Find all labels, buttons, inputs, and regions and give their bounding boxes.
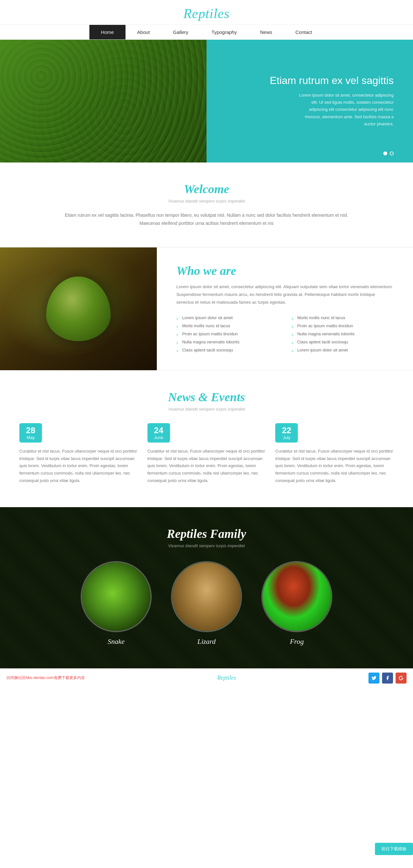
news-month-1: May — [25, 435, 37, 440]
hero-text: Lorem ipsum dolor sit amet, consectetur … — [297, 92, 393, 127]
family-item-snake[interactable]: Snake — [81, 561, 152, 646]
welcome-text: Etiam rutrum ex vel sagittis lacinia. Ph… — [65, 211, 348, 227]
who-list-1: Lorem ipsum dolor sit amet Morbi mollis … — [176, 314, 278, 354]
who-section: Who we are Lorem ipsum dolor sit amet, c… — [0, 247, 413, 371]
news-day-3: 22 — [280, 426, 292, 435]
news-grid: 28 May Curabitur et nisl lacus. Fusce ul… — [20, 423, 393, 484]
news-title: News & Events — [20, 390, 393, 404]
news-month-3: July — [280, 435, 292, 440]
news-card-1: 28 May Curabitur et nisl lacus. Fusce ul… — [20, 423, 138, 484]
site-logo: Reptiles — [0, 6, 413, 21]
hero-title: Etiam rutrum ex vel sagittis — [270, 74, 393, 87]
news-card-3: 22 July Curabitur et nisl lacus. Fusce u… — [275, 423, 393, 484]
news-text-1: Curabitur et nisl lacus. Fusce ullamcorp… — [20, 448, 138, 485]
family-circle-snake — [81, 561, 152, 632]
twitter-button[interactable] — [369, 673, 379, 684]
family-subtitle: Vivamus blandit semperv turpis imperdiet — [13, 544, 400, 548]
news-date-badge-3: 22 July — [275, 423, 298, 442]
news-card-2: 24 June Curabitur et nisl lacus. Fusce u… — [147, 423, 266, 484]
nav-home[interactable]: Home — [90, 25, 126, 39]
footer: 仿同脑社区bbs.xienlao.com免费下载更多内容 Reptiles — [0, 669, 413, 687]
google-button[interactable] — [395, 673, 407, 684]
site-header: Reptiles Home About Gallery Typography N… — [0, 0, 413, 40]
list-item: Lorem ipsum dolor sit amet — [176, 314, 278, 322]
family-section: Reptiles Family Vivamus blandit semperv … — [0, 507, 413, 669]
news-text-3: Curabitur et nisl lacus. Fusce ullamcorp… — [275, 448, 393, 485]
snake-image — [82, 562, 150, 631]
list-item: Class aptent taciti sociosqu — [291, 338, 393, 346]
hero-dots — [383, 152, 393, 155]
who-title: Who we are — [176, 264, 393, 278]
list-item: Nulla magna venenatis lobortis — [291, 330, 393, 338]
who-image — [0, 247, 157, 370]
nav-gallery[interactable]: Gallery — [161, 25, 200, 39]
hero-image-placeholder — [0, 40, 207, 162]
news-date-badge-2: 24 June — [147, 423, 170, 442]
facebook-button[interactable] — [382, 673, 393, 684]
who-description: Lorem ipsum dolor sit amet, consectetur … — [176, 283, 393, 306]
frog-image — [263, 562, 331, 631]
family-label-snake: Snake — [81, 637, 152, 646]
list-item: Lorem ipsum dolor sit amet — [291, 346, 393, 354]
hero-image — [0, 40, 207, 162]
news-date-badge-1: 28 May — [20, 423, 42, 442]
news-month-2: June — [152, 435, 165, 440]
family-circle-lizard — [171, 561, 242, 632]
list-item: Proin ac ipsum mattis tincidun — [176, 330, 278, 338]
nav-about[interactable]: About — [126, 25, 161, 39]
nav-contact[interactable]: Contact — [284, 25, 323, 39]
welcome-subtitle: Vivamus blandit semperv turpis imperdiet — [65, 199, 348, 204]
who-list-2: Morbi mollis nunc id lacus Proin ac ipsu… — [291, 314, 393, 354]
hero-section: Etiam rutrum ex vel sagittis Lorem ipsum… — [0, 40, 413, 162]
family-grid: Snake Lizard Frog — [13, 561, 400, 646]
who-lists: Lorem ipsum dolor sit amet Morbi mollis … — [176, 314, 393, 354]
family-label-lizard: Lizard — [171, 637, 242, 646]
hero-dot-1[interactable] — [383, 152, 387, 155]
list-item: Class aptent taciti sociosqu — [176, 346, 278, 354]
main-nav: Home About Gallery Typography News Conta… — [0, 25, 413, 40]
family-item-frog[interactable]: Frog — [261, 561, 332, 646]
list-item: Nulla magna venenatis lobortis — [176, 338, 278, 346]
list-item: Morbi mollis nunc id lacus — [291, 314, 393, 322]
family-item-lizard[interactable]: Lizard — [171, 561, 242, 646]
hero-content: Etiam rutrum ex vel sagittis Lorem ipsum… — [207, 40, 413, 162]
welcome-section: Welcome Vivamus blandit semperv turpis i… — [0, 162, 413, 247]
list-item: Morbi mollis nunc id lacus — [176, 322, 278, 330]
nav-typography[interactable]: Typography — [200, 25, 248, 39]
news-day-1: 28 — [25, 426, 37, 435]
lizard-image — [172, 562, 241, 631]
who-content: Who we are Lorem ipsum dolor sit amet, c… — [157, 247, 413, 370]
footer-social — [369, 673, 407, 684]
news-day-2: 24 — [152, 426, 165, 435]
hero-dot-2[interactable] — [390, 152, 393, 155]
news-text-2: Curabitur et nisl lacus. Fusce ullamcorp… — [147, 448, 266, 485]
news-section: News & Events Vivamus blandit semperv tu… — [0, 371, 413, 507]
news-subtitle: Vivamus blandit semperv turpis imperdiet — [20, 407, 393, 411]
family-circle-frog — [261, 561, 332, 632]
footer-logo: Reptiles — [217, 675, 236, 681]
footer-watermark: 仿同脑社区bbs.xienlao.com免费下载更多内容 — [6, 675, 85, 681]
nav-news[interactable]: News — [248, 25, 284, 39]
welcome-title: Welcome — [65, 182, 348, 196]
family-title: Reptiles Family — [13, 527, 400, 541]
family-label-frog: Frog — [261, 637, 332, 646]
list-item: Proin ac ipsum mattis tincidun — [291, 322, 393, 330]
